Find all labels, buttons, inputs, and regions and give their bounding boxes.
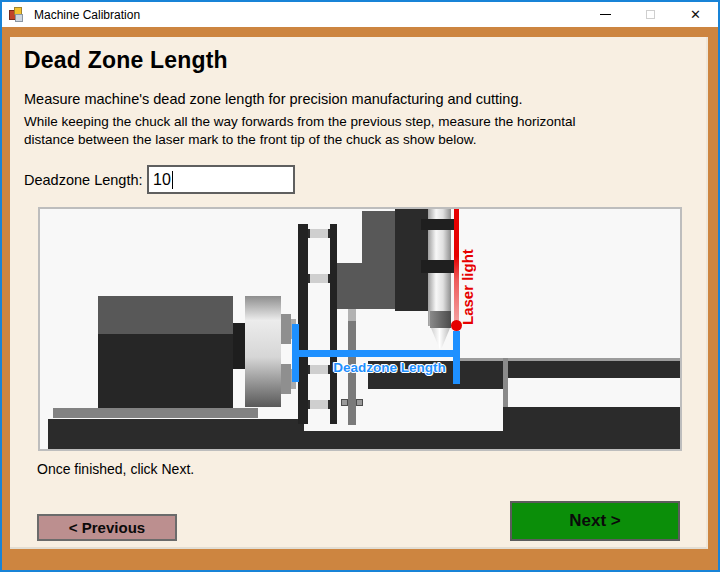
- chuck-cylinder: [245, 296, 281, 407]
- spindle-collar-lower: [421, 260, 458, 273]
- app-icon: [9, 7, 25, 23]
- rod-clamp: [341, 399, 348, 406]
- dimension-tick-laser: [453, 331, 460, 384]
- instructions-text: While keeping the chuck all the way forw…: [24, 113, 624, 149]
- spindle-tip-holder: [430, 311, 451, 328]
- gantry-post-right: [330, 224, 337, 424]
- motor-body: [98, 334, 233, 408]
- previous-button[interactable]: < Previous: [37, 514, 177, 541]
- motor-top-section: [98, 296, 233, 334]
- laser-light-label: Laser light: [459, 229, 479, 325]
- intro-text: Measure machine's dead zone length for p…: [24, 91, 522, 107]
- minimize-button[interactable]: [583, 2, 628, 27]
- motor-chuck-connector: [233, 323, 245, 369]
- footer-note: Once finished, click Next.: [37, 461, 194, 477]
- window-body: Dead Zone Length Measure machine's dead …: [2, 27, 718, 570]
- maximize-button[interactable]: [628, 2, 673, 27]
- bed-upper-rail: [508, 361, 680, 378]
- dimension-line: [292, 350, 460, 357]
- next-button[interactable]: Next >: [510, 501, 680, 541]
- spindle-carriage-arm: [337, 263, 362, 309]
- machine-diagram: Laser light Deadzone Length: [38, 207, 682, 451]
- minimize-icon: [600, 14, 611, 15]
- deadzone-dimension-label: Deadzone Length: [302, 360, 477, 375]
- chuck-jaw-upper: [281, 314, 291, 344]
- close-icon: ✕: [690, 8, 701, 21]
- gantry-crossbar: [308, 400, 330, 409]
- content-panel: Dead Zone Length Measure machine's dead …: [10, 37, 708, 549]
- titlebar: Machine Calibration ✕: [2, 2, 718, 27]
- spindle-collar-upper: [421, 219, 456, 230]
- deadzone-length-value: 10: [153, 171, 171, 189]
- text-caret: [172, 171, 173, 189]
- bed-divider-post: [503, 358, 508, 407]
- gantry-crossbar: [308, 229, 330, 238]
- spindle-tip-cone: [431, 328, 450, 350]
- gantry-post-left: [298, 224, 308, 424]
- page-title: Dead Zone Length: [24, 47, 228, 74]
- deadzone-length-input[interactable]: 10: [147, 165, 295, 194]
- bed-lower-block: [503, 407, 680, 449]
- maximize-icon: [646, 10, 655, 19]
- app-icon-gray-block: [15, 14, 23, 22]
- close-button[interactable]: ✕: [673, 2, 718, 27]
- rod-clamp: [356, 399, 363, 406]
- deadzone-length-label: Deadzone Length:: [24, 172, 143, 188]
- chuck-jaw-lower: [281, 364, 291, 394]
- window-title: Machine Calibration: [34, 8, 140, 22]
- gantry-crossbar: [308, 274, 330, 283]
- motor-base-plate: [53, 408, 258, 418]
- window-controls: ✕: [583, 2, 718, 27]
- app-window: Machine Calibration ✕ Dead Zone Length M…: [0, 0, 720, 572]
